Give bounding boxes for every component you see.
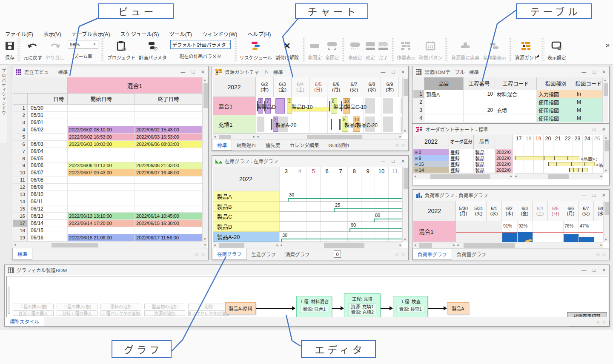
resource-label[interactable]: 混合1 [413,221,456,242]
resource-gantt-tab[interactable]: GUI説明1 [324,139,355,151]
close-button[interactable]: ✕ [602,193,606,198]
order-row[interactable]: ⊞14登録製品2022/0 [413,167,513,173]
close-button[interactable]: ✕ [201,69,205,75]
scroll-right-icon[interactable]: ▸ [600,243,602,247]
scroll-right-icon[interactable]: ▸ [399,134,401,139]
menu-item[interactable]: ヘルプ(H) [247,30,271,38]
order-gantt-title-bar[interactable]: オーダガントチャート - 標準 —□✕ [412,124,609,135]
close-button[interactable]: ✕ [602,127,606,132]
stock-graph-tab[interactable]: 消費グラフ [281,248,315,260]
editor-button[interactable]: タスクセレクタの追加 [188,310,229,316]
close-button[interactable]: ✕ [401,159,405,164]
scroll-down-icon[interactable]: ▾ [605,237,607,242]
scroll-left-icon[interactable]: ◂ [414,174,416,178]
menu-item[interactable]: テーブル表示(A) [72,30,110,38]
pager-left-icon[interactable]: ◁ [395,143,398,147]
gantt-row[interactable]: 273810製製品D製品B-10製品C製品C-10 [256,97,402,115]
gantt-row[interactable]: 2810製品A-20製品C製品C-20 [256,115,402,134]
editor-button[interactable]: 削除 [188,304,229,309]
stock-row-label[interactable]: 製品C [213,212,279,222]
zoom-select[interactable]: 98%▼ [68,40,98,49]
minimize-button[interactable]: — [581,193,586,198]
stock-graph-title-bar[interactable]: 在庫グラフ - 在庫グラフ —□✕ [212,156,408,167]
dispatch-row[interactable]: 1406/11 [13,198,202,205]
editor-title-bar[interactable]: グラフィカル製造BOM —□✕ [5,265,609,275]
load-graph-tab[interactable]: 負荷量グラフ [452,249,491,260]
scroll-down-icon[interactable]: ▾ [605,168,607,173]
menu-item[interactable]: ウィンドウ(W) [202,30,238,38]
dispatch-row[interactable]: 706/04 [13,148,202,155]
dispatch-row[interactable]: 205/31 [13,112,202,119]
scroll-up-icon[interactable]: ▴ [204,78,206,82]
scroll-left-icon[interactable]: ◂ [214,243,216,247]
resource-gantt-tab[interactable]: カレンダ編集 [285,139,324,151]
year-header[interactable]: 2022 [413,201,456,221]
flow-node-input-material[interactable]: 製品A-原料 [225,302,256,314]
column-header-inst-code[interactable]: 指図コード [575,77,602,90]
reschedule-button[interactable]: リスケジュール [238,38,274,63]
unassign-button[interactable]: ✕割付け解除 [274,38,301,63]
dispatch-title-bar[interactable]: 差立てビュー - 標準 —□✕ [12,66,208,77]
resource-row-label[interactable]: 充填1 [213,115,256,134]
unfixed-button[interactable]: 非固定 [306,38,324,63]
minimize-button[interactable]: — [381,159,385,164]
load-graph-tab[interactable]: 負荷率グラフ [412,249,452,260]
order-row[interactable]: ⊞15登録製品2022/0 [413,161,513,167]
bom-row[interactable]: 4使用指図M [413,114,603,122]
close-button[interactable]: ✕ [602,69,606,75]
order-row[interactable]: ⊞9登録製品2022/0 [413,155,513,161]
pager-right-icon[interactable]: ▷ [202,252,205,256]
vertical-scrollbar[interactable]: ▴▾ [202,77,208,242]
horizontal-scrollbar-left[interactable]: ◂▸ [413,242,456,248]
expand-icon[interactable]: ⊞ [415,150,418,154]
horizontal-scrollbar-right[interactable]: ◂▸ [514,173,603,179]
scroll-up-icon[interactable]: ▴ [604,78,606,82]
stock-row-label[interactable]: 製品A [213,191,279,202]
horizontal-scrollbar-left[interactable]: ◂▸ [213,242,279,248]
column-header-date[interactable]: 日時 [28,94,68,105]
menu-item[interactable]: ツール(T) [169,30,192,38]
stock-graph-tab[interactable]: 生産グラフ [247,248,281,260]
pager-left-icon[interactable]: ◁ [596,320,599,324]
load-graph-title-bar[interactable]: 負荷率グラフ - 負荷率グラフ —□✕ [412,190,609,201]
load-bar[interactable] [579,237,594,242]
column-header-item[interactable]: 品目 [474,135,495,149]
stock-row-label[interactable]: 製品B [213,202,279,212]
maximize-button[interactable]: □ [392,69,395,74]
resource-gantt-tab[interactable]: 優先度 [261,139,285,151]
editor-button[interactable]: 原料の追加 [100,304,141,309]
minimize-button[interactable]: — [381,69,385,74]
order-row[interactable]: ⊞2登録製品2022/0 [413,149,513,155]
stock-row-label[interactable]: 製品D [213,222,279,232]
maximize-button[interactable]: □ [593,193,596,198]
resource-gantt-view-button[interactable]: 資源ガント [513,38,540,63]
dispatch-row[interactable]: 406/022022/06/02 08:10:002022/06/02 15:4… [13,126,202,134]
pager-right-icon[interactable]: ▷ [603,252,606,256]
maximize-button[interactable]: □ [593,69,596,74]
order-bar[interactable] [515,156,579,160]
flow-node-process-mixing[interactable]: 工程: 材料混合 資源: 混合1 [296,296,332,320]
pager-left-icon[interactable]: ◁ [596,252,599,256]
confirmed-button[interactable]: 確定 [364,38,377,63]
menu-item[interactable]: スケジュール(S) [120,30,159,38]
operation-bar[interactable] [275,98,285,114]
toolbar-overflow-button[interactable]: » [606,41,610,49]
plan-parameter-button[interactable]: ⚙計画パラメタ [137,38,169,63]
scroll-right-icon[interactable]: ▸ [453,243,455,247]
scroll-right-icon[interactable]: ▸ [204,242,206,247]
bom-row[interactable]: 320充填使用指図M [413,106,603,114]
scroll-down-icon[interactable]: ▾ [404,237,406,242]
scroll-left-icon[interactable]: ◂ [280,243,282,247]
dispatch-row[interactable]: 906/062022/06/06 10:13:002022/06/06 21:3… [13,162,202,170]
editor-button[interactable]: 分岐工程の挿入 [57,310,97,316]
tab-standard[interactable]: 標準 [12,248,32,260]
tab-pager[interactable]: ◁▷ [395,139,408,151]
column-header-start[interactable]: 開始日時 [68,94,135,105]
flow-node-process-inspection[interactable]: 工程: 検査 資源: 検査1 [393,296,428,320]
dispatch-row[interactable]: 1106/08 [13,176,202,184]
vertical-scrollbar[interactable]: ▾ [402,77,408,134]
minimize-button[interactable]: — [180,69,185,74]
bom-title-bar[interactable]: 製造BOMテーブル - 標準 —□✕ [412,66,609,77]
menu-item[interactable]: ファイル(F) [5,30,33,38]
undo-button[interactable]: 元に戻す [22,38,44,63]
